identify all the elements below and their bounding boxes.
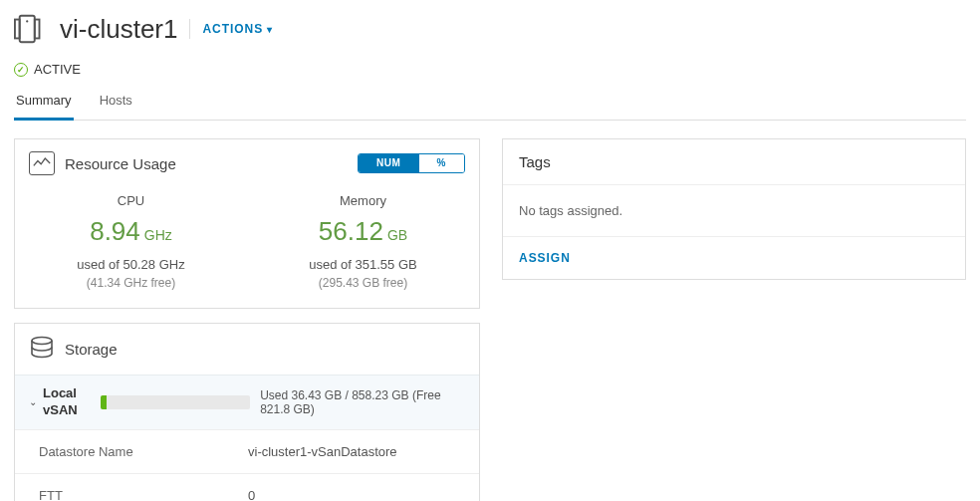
svg-point-4 [32, 338, 52, 345]
status-label: ACTIVE [34, 62, 81, 77]
cpu-free: (41.34 GHz free) [15, 276, 247, 290]
resource-usage-card: Resource Usage NUM % CPU 8.94GHz used of… [14, 138, 480, 309]
check-circle-icon: ✓ [14, 63, 28, 77]
memory-metric: Memory 56.12GB used of 351.55 GB (295.43… [247, 193, 479, 290]
cpu-used-of: used of 50.28 GHz [15, 257, 247, 272]
tab-summary[interactable]: Summary [14, 87, 74, 121]
datastore-name-key: Datastore Name [39, 444, 248, 459]
cpu-unit: GHz [144, 227, 172, 243]
toggle-num[interactable]: NUM [359, 154, 419, 172]
datastore-name-val: vi-cluster1-vSanDatastore [248, 444, 455, 459]
tags-title: Tags [503, 139, 965, 185]
cpu-label: CPU [15, 193, 247, 208]
memory-free: (295.43 GB free) [247, 276, 479, 290]
memory-unit: GB [387, 227, 407, 243]
tab-hosts[interactable]: Hosts [98, 87, 134, 120]
chevron-down-icon: ⌄ [29, 396, 37, 407]
storage-local-label: Local vSAN [43, 385, 91, 419]
svg-rect-1 [15, 20, 20, 39]
tab-bar: Summary Hosts [14, 87, 966, 121]
toggle-percent[interactable]: % [419, 154, 465, 172]
tags-card: Tags No tags assigned. ASSIGN [502, 138, 966, 280]
svg-rect-0 [20, 16, 35, 42]
storage-usage-bar [101, 395, 250, 409]
datastore-name-row: Datastore Name vi-cluster1-vSanDatastore [15, 429, 479, 473]
svg-rect-2 [35, 20, 40, 39]
cluster-icon [14, 12, 48, 46]
storage-title: Storage [65, 341, 118, 358]
ftt-val: 0 [248, 488, 455, 501]
tags-empty-text: No tags assigned. [503, 185, 965, 237]
cpu-value: 8.94 [90, 216, 140, 246]
ftt-row: FTT 0 [15, 473, 479, 501]
actions-label: ACTIONS [202, 22, 263, 36]
memory-label: Memory [247, 193, 479, 208]
storage-local-row[interactable]: ⌄ Local vSAN Used 36.43 GB / 858.23 GB (… [15, 375, 479, 429]
memory-used-of: used of 351.55 GB [247, 257, 479, 272]
storage-icon [29, 336, 55, 363]
actions-menu[interactable]: ACTIONS ▾ [189, 19, 273, 39]
storage-usage-fill [101, 395, 107, 409]
storage-usage-text: Used 36.43 GB / 858.23 GB (Free 821.8 GB… [260, 388, 465, 416]
page-title: vi-cluster1 [60, 14, 177, 45]
cpu-metric: CPU 8.94GHz used of 50.28 GHz (41.34 GHz… [15, 193, 247, 290]
storage-card: Storage ⌄ Local vSAN Used 36.43 GB / 858… [14, 323, 480, 501]
resource-usage-title: Resource Usage [65, 155, 176, 172]
chevron-down-icon: ▾ [267, 24, 273, 35]
assign-button[interactable]: ASSIGN [503, 237, 965, 279]
status-indicator: ✓ ACTIVE [14, 62, 966, 77]
unit-toggle[interactable]: NUM % [358, 153, 465, 173]
memory-value: 56.12 [319, 216, 383, 246]
svg-point-3 [26, 20, 28, 22]
chart-icon [29, 151, 55, 175]
ftt-key: FTT [39, 488, 248, 501]
